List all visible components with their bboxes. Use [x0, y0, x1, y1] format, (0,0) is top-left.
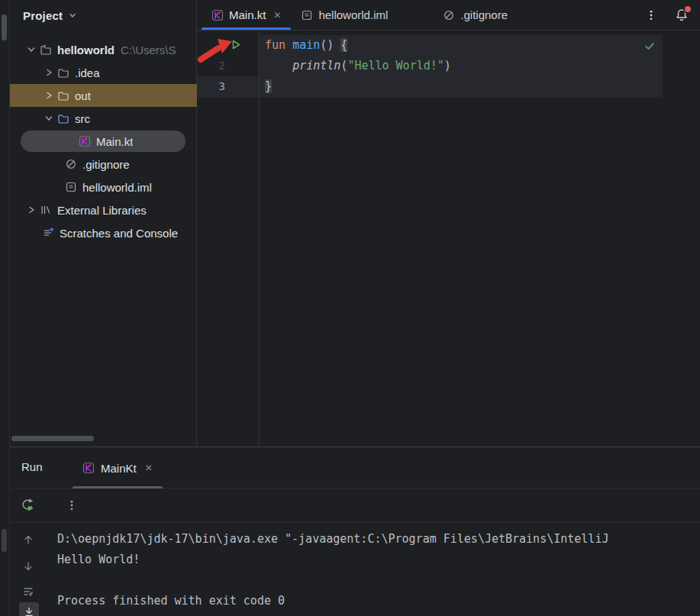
tree-item-label: Scratches and Console — [60, 227, 178, 240]
code-line-1[interactable]: fun main() { — [265, 35, 347, 56]
tree-item-scratches[interactable]: Scratches and Console — [10, 221, 197, 244]
tree-item-helloworld[interactable]: helloworld C:\Users\S — [10, 38, 197, 61]
editor-tab-main-kt[interactable]: Main.kt ✕ — [202, 0, 291, 30]
ignored-file-icon — [443, 9, 455, 21]
chevron-right-icon[interactable] — [25, 204, 37, 216]
module-file-icon — [301, 9, 313, 21]
tab-label: helloworld.iml — [318, 8, 388, 21]
tree-item-helloworld-iml[interactable]: helloworld.iml — [10, 176, 197, 198]
console-output[interactable]: D:\oepnjdk17\jdk-17\bin\java.exe "-javaa… — [10, 523, 700, 616]
console-text[interactable]: D:\oepnjdk17\jdk-17\bin\java.exe "-javaa… — [57, 529, 700, 611]
editor-tab-gitignore[interactable]: .gitignore — [433, 0, 518, 30]
tree-item-label: helloworld — [57, 44, 115, 56]
tree-item-gitignore[interactable]: .gitignore — [10, 153, 197, 176]
brace-token: { — [340, 38, 347, 52]
tree-item-label: Main.kt — [96, 135, 133, 148]
project-panel: Project helloworld C:\Users\S .idea out … — [10, 0, 197, 447]
stop-button[interactable] — [47, 498, 53, 512]
run-panel-header: Run MainKt ✕ — [10, 447, 700, 489]
tool-window-stripe — [0, 0, 10, 616]
console-gutter — [10, 523, 53, 616]
console-line — [57, 570, 700, 591]
kotlin-file-icon — [82, 462, 95, 474]
tree-item-label: out — [75, 89, 91, 102]
run-tab-mainkt[interactable]: MainKt ✕ — [73, 447, 163, 489]
run-panel: Run MainKt ✕ D:\oepnjdk17\jdk-17\bin\ — [10, 447, 700, 616]
tree-item-label: .idea — [75, 66, 100, 79]
chevron-down-icon[interactable] — [43, 112, 55, 124]
kotlin-file-icon — [79, 135, 91, 147]
notifications-bell-icon[interactable] — [674, 8, 689, 23]
keyword-token: fun — [265, 38, 292, 52]
console-line: Process finished with exit code 0 — [57, 591, 700, 611]
project-folder-icon — [40, 44, 52, 56]
editor-tab-helloworld-iml[interactable]: helloworld.iml — [291, 0, 398, 30]
annotation-arrow — [197, 33, 237, 65]
punct-token: () — [320, 38, 340, 52]
kotlin-file-icon — [211, 9, 224, 21]
chevron-right-icon[interactable] — [43, 89, 55, 102]
gutter-separator — [259, 31, 260, 447]
folder-icon — [57, 66, 69, 79]
soft-wrap-icon[interactable] — [22, 585, 34, 598]
project-path: C:\Users\S — [121, 44, 176, 56]
rerun-button[interactable] — [20, 498, 35, 513]
prev-occurrence-icon[interactable] — [22, 534, 34, 546]
run-tab-label: MainKt — [101, 462, 137, 475]
tree-item-main-kt[interactable]: Main.kt — [10, 130, 197, 153]
tree-item-label: .gitignore — [82, 158, 130, 171]
project-tool-indicator[interactable] — [2, 15, 7, 40]
code-line-3[interactable]: } — [265, 76, 272, 97]
indent — [265, 59, 292, 73]
module-file-icon — [65, 181, 77, 193]
tree-item-label: src — [75, 112, 90, 125]
tree-item-idea[interactable]: .idea — [10, 61, 197, 84]
tree-item-external-libraries[interactable]: External Libraries — [10, 198, 197, 221]
punct-token: ) — [444, 59, 451, 73]
console-line: D:\oepnjdk17\jdk-17\bin\java.exe "-javaa… — [57, 529, 700, 550]
tree-item-label: External Libraries — [57, 204, 147, 217]
code-line-2[interactable]: println("Hello World!") — [265, 56, 451, 76]
source-folder-icon — [57, 112, 69, 124]
kebab-menu-icon[interactable] — [645, 9, 657, 21]
line-number: 3 — [197, 76, 225, 97]
kebab-menu-icon[interactable] — [66, 499, 78, 511]
scratches-icon — [42, 227, 54, 239]
chevron-down-icon[interactable] — [25, 44, 37, 56]
chevron-down-icon[interactable] — [66, 9, 79, 21]
function-name-token: main — [292, 38, 320, 52]
scroll-to-end-button[interactable] — [19, 602, 39, 616]
horizontal-scrollbar[interactable] — [11, 436, 94, 441]
run-tool-indicator[interactable] — [2, 529, 7, 552]
chevron-right-icon[interactable] — [43, 66, 55, 79]
run-toolbar — [10, 489, 700, 523]
function-call-token: println — [292, 59, 340, 73]
tab-label: Main.kt — [229, 8, 266, 21]
libraries-icon — [40, 204, 52, 216]
project-panel-header[interactable]: Project — [10, 0, 196, 31]
folder-icon — [57, 89, 69, 102]
notification-dot — [685, 6, 691, 12]
editor-tab-bar: Main.kt ✕ helloworld.iml .gitignore — [197, 0, 700, 31]
console-line: Hello World! — [57, 550, 700, 570]
tab-label: .gitignore — [460, 8, 508, 21]
tree-item-label: helloworld.iml — [82, 181, 152, 194]
tree-item-out[interactable]: out — [10, 84, 197, 107]
code-editor[interactable]: 1 2 3 fun main() { println("Hello World!… — [197, 31, 700, 447]
run-panel-title[interactable]: Run — [21, 460, 43, 473]
string-token: "Hello World!" — [347, 59, 444, 73]
ignored-file-icon — [65, 158, 77, 170]
close-tab-icon[interactable]: ✕ — [145, 463, 153, 472]
project-panel-title: Project — [23, 9, 63, 22]
tree-item-src[interactable]: src — [10, 107, 197, 130]
brace-token: } — [265, 79, 272, 93]
next-occurrence-icon[interactable] — [22, 560, 34, 572]
close-tab-icon[interactable]: ✕ — [273, 11, 281, 20]
inspections-ok-icon[interactable] — [644, 40, 656, 52]
